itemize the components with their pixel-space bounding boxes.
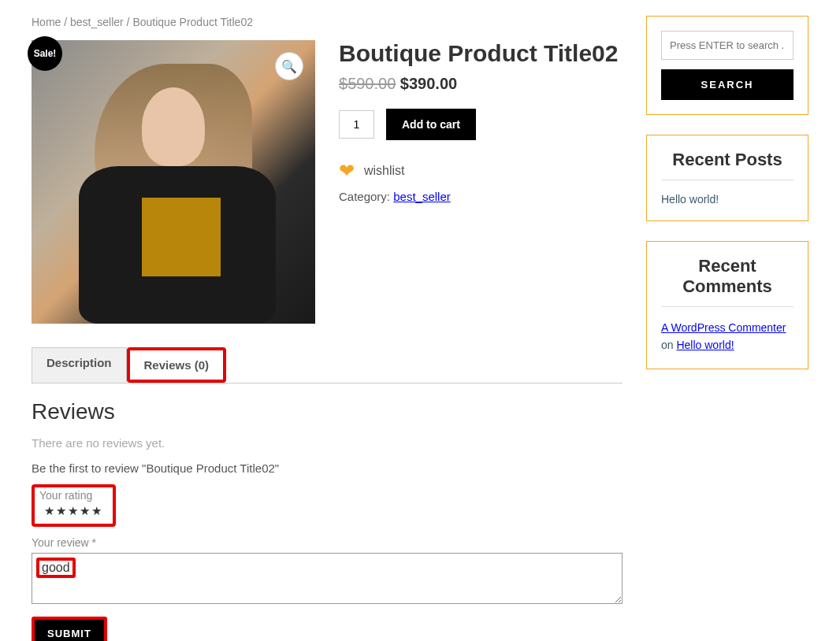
- quantity-input[interactable]: [339, 110, 374, 139]
- search-input[interactable]: [661, 31, 794, 60]
- product-title: Boutique Product Title02: [339, 40, 623, 67]
- product-price: $590.00 $390.00: [339, 75, 623, 93]
- currency: $: [400, 75, 409, 92]
- search-widget: SEARCH: [646, 16, 808, 115]
- comment-on-text: on: [661, 339, 676, 351]
- category-link[interactable]: best_seller: [393, 190, 451, 203]
- recent-posts-widget: Recent Posts Hello world!: [646, 135, 808, 221]
- review-textarea[interactable]: [32, 553, 623, 604]
- first-review-text: Be the first to review "Boutique Product…: [32, 461, 623, 475]
- currency: $: [339, 75, 348, 92]
- star-icon[interactable]: ★: [68, 504, 78, 517]
- recent-posts-title: Recent Posts: [661, 150, 794, 180]
- rating-stars[interactable]: ★★★★★: [39, 502, 108, 521]
- search-button[interactable]: SEARCH: [661, 69, 794, 100]
- old-price-value: 590.00: [348, 75, 396, 92]
- category-label: Category:: [339, 190, 393, 203]
- wishlist-row[interactable]: ❤ wishlist: [339, 160, 623, 182]
- review-label: Your review *: [32, 536, 623, 549]
- recent-comment-item: A WordPress Commenter on Hello world!: [661, 319, 794, 354]
- reviews-heading: Reviews: [32, 399, 623, 424]
- comment-post-link[interactable]: Hello world!: [676, 339, 734, 351]
- tab-description[interactable]: Description: [32, 347, 127, 383]
- product-image-wrap: Sale! 🔍: [32, 40, 315, 324]
- breadcrumb-category[interactable]: best_seller: [70, 16, 124, 28]
- recent-comments-widget: Recent Comments A WordPress Commenter on…: [646, 241, 808, 369]
- comment-author-link[interactable]: A WordPress Commenter: [661, 321, 786, 334]
- product-image[interactable]: [32, 40, 315, 324]
- star-icon[interactable]: ★: [80, 504, 90, 517]
- tab-reviews[interactable]: Reviews (0): [127, 347, 227, 383]
- magnifier-icon: 🔍: [281, 59, 297, 74]
- new-price-value: 390.00: [409, 75, 457, 92]
- breadcrumb-sep: /: [61, 16, 70, 28]
- breadcrumb-sep: /: [124, 16, 133, 28]
- rating-label: Your rating: [39, 489, 108, 502]
- no-reviews-text: There are no reviews yet.: [32, 436, 623, 450]
- review-text-value: good: [36, 558, 76, 578]
- submit-button[interactable]: SUBMIT: [32, 617, 107, 641]
- star-icon[interactable]: ★: [91, 504, 102, 517]
- zoom-button[interactable]: 🔍: [275, 52, 303, 80]
- sale-badge: Sale!: [28, 36, 62, 71]
- breadcrumb-home[interactable]: Home: [32, 16, 61, 28]
- heart-icon: ❤: [339, 160, 355, 182]
- product-tabs: Description Reviews (0): [32, 347, 623, 383]
- category-row: Category: best_seller: [339, 190, 623, 203]
- add-to-cart-button[interactable]: Add to cart: [386, 109, 476, 140]
- wishlist-label: wishlist: [364, 164, 405, 178]
- star-icon[interactable]: ★: [44, 504, 54, 517]
- recent-post-link[interactable]: Hello world!: [661, 193, 719, 206]
- recent-comments-title: Recent Comments: [661, 256, 794, 307]
- breadcrumb: Home / best_seller / Boutique Product Ti…: [32, 16, 623, 28]
- star-icon[interactable]: ★: [56, 504, 66, 517]
- breadcrumb-current: Boutique Product Title02: [132, 16, 253, 28]
